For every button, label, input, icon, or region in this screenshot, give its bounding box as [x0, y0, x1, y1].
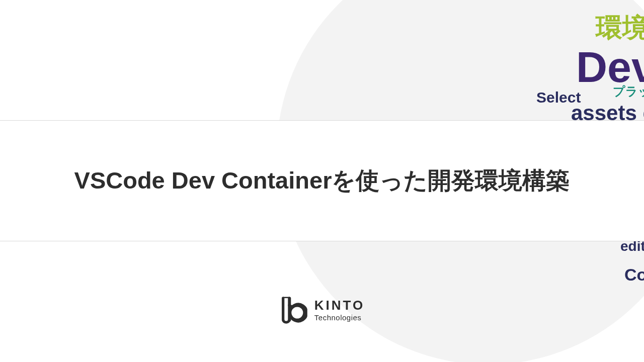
title-band: VSCode Dev Containerを使った開発環境構築: [0, 120, 644, 241]
logo-name: KINTO: [314, 299, 365, 312]
logo-subtitle: Technologies: [314, 314, 365, 322]
cloud-word: Code: [624, 266, 644, 283]
cloud-word: プラットフォーム: [613, 85, 644, 98]
cloud-word: editor: [620, 239, 644, 253]
svg-line-2: [289, 305, 293, 307]
logo: KINTO Technologies: [279, 296, 365, 324]
main-title: VSCode Dev Containerを使った開発環境構築: [74, 165, 570, 197]
logo-mark-icon: [279, 296, 307, 324]
logo-text: KINTO Technologies: [314, 299, 365, 321]
cloud-word: Dev Container: [576, 45, 644, 88]
cloud-word: 環境: [596, 14, 644, 41]
